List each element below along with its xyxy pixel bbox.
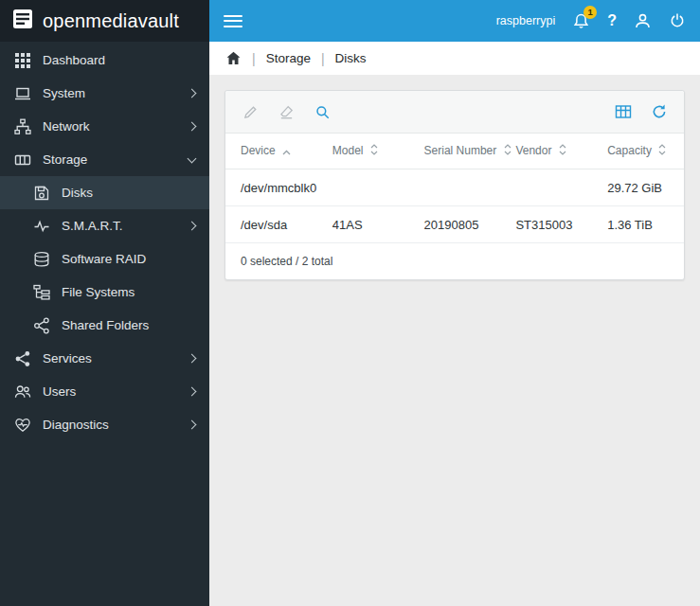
cell-vendor: [500, 169, 592, 206]
sidebar-item-label: Users: [43, 384, 76, 399]
users-icon: [14, 383, 31, 401]
table-row[interactable]: /dev/sda 41AS 20190805 ST315003 1.36 TiB: [225, 206, 684, 243]
breadcrumb: | Storage | Disks: [209, 42, 700, 75]
sidebar-item-smart[interactable]: S.M.A.R.T.: [0, 209, 209, 242]
cell-serial: [409, 169, 501, 206]
user-account-icon[interactable]: [634, 12, 652, 30]
sidebar-item-services[interactable]: Services: [0, 342, 209, 375]
breadcrumb-item-storage[interactable]: Storage: [266, 51, 311, 65]
sidebar-item-users[interactable]: Users: [0, 375, 209, 408]
cell-vendor: ST315003: [500, 206, 592, 243]
smart-pulse-icon: [33, 218, 50, 235]
sidebar-item-label: Diagnostics: [43, 418, 109, 432]
sidebar-item-dashboard[interactable]: Dashboard: [0, 44, 209, 77]
cell-device: /dev/mmcblk0: [225, 169, 317, 206]
help-icon[interactable]: ?: [607, 13, 617, 28]
table-header-row: Device Model Serial Number Vendor: [225, 134, 684, 169]
chevron-right-icon: [188, 354, 197, 364]
chevron-right-icon: [188, 222, 197, 231]
sidebar-item-disks[interactable]: Disks: [0, 176, 209, 209]
table-row[interactable]: /dev/mmcblk0 29.72 GiB: [225, 169, 684, 206]
search-button[interactable]: [311, 100, 333, 123]
sidebar-item-label: S.M.A.R.T.: [62, 219, 123, 233]
raid-layers-icon: [33, 251, 50, 268]
notifications-bell-icon[interactable]: 1: [572, 12, 590, 30]
column-header-capacity[interactable]: Capacity: [592, 134, 684, 169]
breadcrumb-separator: |: [252, 51, 256, 66]
sidebar-item-label: Shared Folders: [62, 318, 149, 332]
sidebar-item-file-systems[interactable]: File Systems: [0, 276, 209, 309]
power-icon[interactable]: [669, 12, 686, 29]
disks-toolbar: [225, 91, 684, 134]
dashboard-icon: [14, 52, 31, 69]
refresh-button[interactable]: [648, 100, 671, 123]
topbar: raspberrypi 1 ?: [209, 0, 700, 42]
sidebar-item-label: Disks: [62, 186, 93, 200]
sidebar: openmediavault Dashboard System Network …: [0, 0, 209, 606]
sidebar-item-diagnostics[interactable]: Diagnostics: [0, 408, 209, 441]
content-area: Device Model Serial Number Vendor: [209, 75, 700, 606]
sidebar-item-label: Storage: [43, 152, 87, 167]
app-title: openmediavault: [43, 10, 179, 32]
chevron-right-icon: [188, 122, 197, 132]
sort-icon: [559, 144, 566, 158]
cell-model: [317, 169, 409, 206]
sidebar-item-label: Dashboard: [43, 53, 105, 67]
breadcrumb-separator: |: [321, 51, 325, 66]
cell-capacity: 1.36 TiB: [592, 206, 684, 243]
sort-icon: [504, 144, 512, 158]
sidebar-item-system[interactable]: System: [0, 77, 209, 110]
system-icon: [14, 85, 31, 102]
menu-toggle-icon[interactable]: [224, 11, 242, 30]
edit-button[interactable]: [239, 100, 261, 123]
share-icon: [33, 317, 50, 334]
cell-capacity: 29.72 GiB: [592, 169, 684, 206]
services-share-icon: [14, 350, 31, 367]
sidebar-item-network[interactable]: Network: [0, 110, 209, 143]
chevron-right-icon: [188, 89, 197, 98]
sort-icon: [370, 144, 378, 158]
sidebar-item-storage[interactable]: Storage: [0, 143, 209, 176]
disks-panel: Device Model Serial Number Vendor: [224, 90, 685, 280]
column-header-device[interactable]: Device: [225, 134, 317, 169]
sidebar-item-software-raid[interactable]: Software RAID: [0, 242, 209, 276]
cell-model: 41AS: [317, 206, 409, 243]
column-header-vendor[interactable]: Vendor: [500, 134, 592, 169]
main-column: raspberrypi 1 ? | Storage | Disks: [209, 0, 700, 606]
selection-summary: 0 selected / 2 total: [225, 243, 684, 279]
storage-icon: [14, 152, 31, 169]
column-header-serial-number[interactable]: Serial Number: [409, 134, 501, 169]
breadcrumb-item-disks: Disks: [335, 51, 367, 65]
cell-serial: 20190805: [409, 206, 501, 243]
hostname-label: raspberrypi: [496, 14, 556, 27]
sort-ascending-icon: [282, 145, 291, 158]
sidebar-item-label: System: [43, 86, 85, 100]
column-header-model[interactable]: Model: [317, 134, 409, 169]
sidebar-item-label: File Systems: [62, 285, 135, 299]
disk-icon: [33, 185, 50, 202]
sidebar-menu: Dashboard System Network Storage Disks S…: [0, 42, 209, 441]
disks-table: Device Model Serial Number Vendor: [225, 134, 684, 243]
network-icon: [14, 118, 31, 135]
home-icon[interactable]: [225, 50, 242, 66]
column-config-button[interactable]: [612, 100, 635, 123]
app-logo: openmediavault: [0, 0, 209, 42]
sidebar-item-label: Services: [43, 351, 92, 365]
sidebar-item-label: Software RAID: [62, 252, 146, 266]
file-tree-icon: [33, 284, 50, 301]
openmediavault-logo-icon: [11, 8, 34, 34]
sidebar-item-shared-folders[interactable]: Shared Folders: [0, 309, 209, 342]
chevron-right-icon: [188, 420, 197, 430]
diagnostics-heart-icon: [14, 417, 31, 434]
chevron-right-icon: [188, 387, 197, 397]
cell-device: /dev/sda: [225, 206, 317, 243]
sort-icon: [658, 144, 666, 158]
chevron-down-icon: [188, 153, 197, 163]
notification-count-badge: 1: [583, 6, 597, 19]
wipe-eraser-button[interactable]: [275, 100, 297, 123]
sidebar-item-label: Network: [43, 119, 90, 134]
